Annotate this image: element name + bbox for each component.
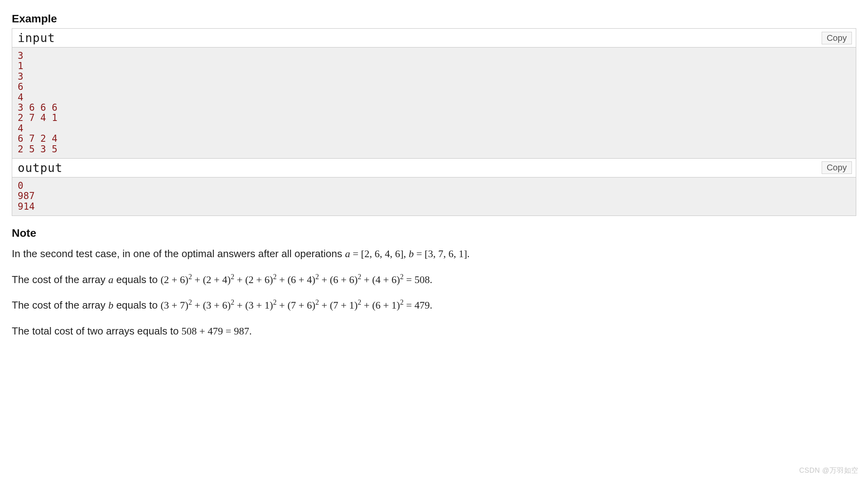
note-p4-prefix: The total cost of two arrays equals to xyxy=(12,325,181,337)
output-header: output Copy xyxy=(12,159,856,177)
note-p1-eq1: = [2, 6, 4, 6], xyxy=(350,248,408,260)
note-paragraph-4: The total cost of two arrays equals to 5… xyxy=(12,324,856,339)
note-p2-result: = 508. xyxy=(403,274,432,285)
note-paragraph-2: The cost of the array a equals to (2 + 6… xyxy=(12,272,856,287)
note-paragraph-1: In the second test case, in one of the o… xyxy=(12,247,856,261)
input-label: input xyxy=(18,31,55,45)
input-text: 3 1 3 6 4 3 6 6 6 2 7 4 1 4 6 7 2 4 2 5 … xyxy=(12,48,856,158)
note-p2-var: a xyxy=(108,274,114,285)
input-header: input Copy xyxy=(12,29,856,48)
note-p1-eq2: = [3, 7, 6, 1]. xyxy=(414,248,469,260)
note-p3-result: = 479. xyxy=(403,300,432,311)
note-p2-mid: equals to xyxy=(114,274,161,285)
output-block: output Copy 0 987 914 xyxy=(12,159,856,216)
note-p1-prefix: In the second test case, in one of the o… xyxy=(12,248,345,260)
output-text: 0 987 914 xyxy=(12,177,856,216)
copy-output-button[interactable]: Copy xyxy=(822,161,852,174)
note-p3-mid: equals to xyxy=(114,299,161,311)
note-p2-expr: (2 + 6)2 + (2 + 4)2 + (2 + 6)2 + (6 + 4)… xyxy=(161,274,404,285)
note-p3-var: b xyxy=(108,300,114,311)
note-p4-expr: 508 + 479 = 987. xyxy=(181,325,252,337)
example-heading: Example xyxy=(12,13,856,25)
input-block: input Copy 3 1 3 6 4 3 6 6 6 2 7 4 1 4 6… xyxy=(12,28,856,159)
note-p3-prefix: The cost of the array xyxy=(12,299,108,311)
note-p1-a-var: a xyxy=(345,248,350,260)
output-label: output xyxy=(18,161,62,175)
note-heading: Note xyxy=(12,227,856,240)
note-p2-prefix: The cost of the array xyxy=(12,274,108,285)
copy-input-button[interactable]: Copy xyxy=(822,32,852,44)
note-paragraph-3: The cost of the array b equals to (3 + 7… xyxy=(12,298,856,313)
note-p3-expr: (3 + 7)2 + (3 + 6)2 + (3 + 1)2 + (7 + 6)… xyxy=(161,300,404,311)
note-p1-b-var: b xyxy=(408,248,414,260)
